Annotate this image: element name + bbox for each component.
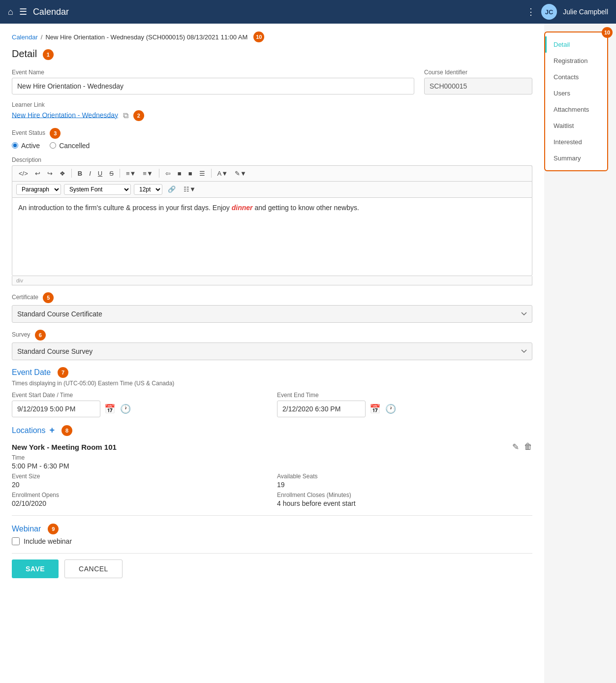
enrollment-opens-col: Enrollment Opens 02/10/2020 [12,492,267,510]
start-date-group: Event Start Date / Time 📅 🕐 [12,392,267,417]
end-date-label: Event End Time [277,392,532,399]
edit-location-btn[interactable]: ✎ [512,442,519,452]
radio-active[interactable]: Active [12,142,40,150]
cancel-button[interactable]: CANCEL [64,559,123,578]
radio-cancelled-input[interactable] [50,142,56,149]
learner-link-value[interactable]: New Hire Orientation - Wednesday [12,111,118,119]
event-name-label: Event Name [12,69,414,76]
toolbar-table-btn[interactable]: ☷▼ [181,185,198,194]
font-select[interactable]: System Font Arial Times New Roman [64,184,131,195]
sidebar-item-summary[interactable]: Summary [545,150,607,166]
right-sidebar: 10 Detail Registration Contacts Users At… [544,31,608,171]
description-text1: An introduction to the firm's culture & … [18,204,232,212]
enrollment-opens-value: 02/10/2020 [12,499,267,507]
toolbar-bold-btn[interactable]: B [75,169,85,178]
event-name-input[interactable] [12,78,414,94]
end-date-group: Event End Time 📅 🕐 [277,392,532,417]
toolbar-underline-btn[interactable]: U [95,169,105,178]
learner-link-row: Learner Link New Hire Orientation - Wedn… [12,101,532,121]
start-date-clock-icon[interactable]: 🕐 [119,403,132,415]
breadcrumb-sep: / [41,33,43,41]
toolbar-italic-btn[interactable]: I [87,169,93,178]
radio-group: Active Cancelled [12,142,532,150]
event-status-label: Event Status 3 [12,128,532,139]
toolbar-highlight-btn[interactable]: ✎▼ [232,169,249,178]
event-date-section: Event Date 7 Times displaying in (UTC-05… [12,367,532,417]
detail-badge-1: 1 [43,49,54,60]
webinar-checkbox[interactable] [12,537,20,545]
webinar-checkbox-label[interactable]: Include webinar [12,537,532,545]
sidebar-item-users[interactable]: Users [545,85,607,101]
sidebar-item-detail[interactable]: Detail [545,36,607,53]
editor-toolbar-row2: Paragraph Heading 1 Heading 2 System Fon… [12,181,532,197]
size-select[interactable]: 12pt 10pt 14pt [134,184,162,195]
editor-footer: div [12,276,532,285]
location-seats-value: 19 [277,481,532,489]
certificate-label: Certificate 5 [12,292,532,303]
add-location-icon[interactable]: + [50,425,55,435]
end-date-input-row: 📅 🕐 [277,401,532,417]
editor-body[interactable]: An introduction to the firm's culture & … [12,197,532,276]
sidebar-item-attachments[interactable]: Attachments [545,101,607,118]
enrollment-closes-col: Enrollment Closes (Minutes) 4 hours befo… [277,492,532,510]
toolbar-code-btn[interactable]: </> [16,169,31,178]
main-wrapper: Calendar / New Hire Orientation - Wednes… [0,24,616,683]
badge-3: 3 [50,128,61,139]
sidebar-item-contacts[interactable]: Contacts [545,69,607,85]
start-date-calendar-icon[interactable]: 📅 [103,403,116,415]
toolbar-ol-btn[interactable]: ≡▼ [123,169,138,178]
location-time-value: 5:00 PM - 6:30 PM [12,462,532,470]
copy-icon[interactable]: ⧉ [123,111,128,120]
sidebar-item-waitlist[interactable]: Waitlist [545,118,607,134]
badge-9: 9 [48,524,59,534]
certificate-select[interactable]: Standard Course Certificate [12,305,532,323]
sidebar-item-registration[interactable]: Registration [545,53,607,69]
radio-active-label: Active [21,142,40,150]
end-date-clock-icon[interactable]: 🕐 [384,403,397,415]
more-options-icon[interactable]: ⋮ [526,6,535,17]
toolbar-ul-btn[interactable]: ≡▼ [140,169,155,178]
toolbar-align-justify-btn[interactable]: ☰ [197,169,208,178]
enrollment-closes-label: Enrollment Closes (Minutes) [277,492,532,498]
avatar: JC [541,4,557,20]
badge-7: 7 [58,367,68,378]
toolbar-divider-4 [211,169,212,178]
breadcrumb-current: New Hire Orientation - Wednesday (SCH000… [45,33,247,41]
toolbar-align-right-btn[interactable]: ■ [186,169,195,178]
sidebar-item-interested[interactable]: Interested [545,134,607,150]
toolbar-link-btn[interactable]: 🔗 [165,185,178,194]
survey-select[interactable]: Standard Course Survey [12,342,532,360]
toolbar-font-color-btn[interactable]: A▼ [215,169,231,178]
toolbar-expand-btn[interactable]: ❖ [57,169,68,178]
webinar-heading: Webinar 9 [12,524,532,534]
location-name: New York - Meeting Room 101 [12,443,117,451]
event-name-row: Event Name Course Identifier [12,69,532,94]
toolbar-redo-btn[interactable]: ↪ [45,169,55,178]
locations-section: Locations + 8 New York - Meeting Room 10… [12,425,532,516]
event-date-heading: Event Date 7 [12,367,532,378]
toolbar-align-center-btn[interactable]: ■ [175,169,184,178]
paragraph-select[interactable]: Paragraph Heading 1 Heading 2 [16,184,61,195]
start-date-input[interactable] [12,401,100,417]
toolbar-strike-btn[interactable]: S [107,169,116,178]
radio-active-input[interactable] [12,142,18,149]
breadcrumb-calendar[interactable]: Calendar [12,33,38,41]
toolbar-undo-btn[interactable]: ↩ [32,169,43,178]
badge-8: 8 [62,425,72,436]
course-id-label: Course Identifier [424,69,532,76]
description-text2: and getting to know other newbys. [253,204,359,212]
location-size-value: 20 [12,481,267,489]
toolbar-align-left-btn[interactable]: ⇦ [163,169,173,178]
save-button[interactable]: SAVE [12,559,59,578]
location-seats-col: Available Seats 19 [277,473,532,492]
radio-cancelled[interactable]: Cancelled [50,142,90,150]
page-title: Detail 1 [12,48,532,60]
location-size-col: Event Size 20 [12,473,267,492]
end-date-calendar-icon[interactable]: 📅 [369,403,381,415]
description-italic: dinner [232,204,253,212]
menu-icon[interactable]: ☰ [19,6,27,17]
end-date-input[interactable] [277,401,366,417]
delete-location-btn[interactable]: 🗑 [524,442,532,452]
course-id-input [424,78,532,94]
home-icon[interactable]: ⌂ [8,7,13,17]
